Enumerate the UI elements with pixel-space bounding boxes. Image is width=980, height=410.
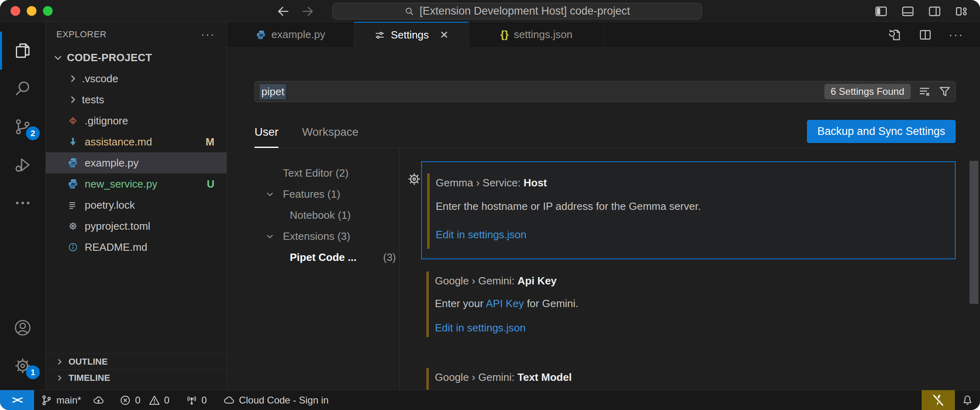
sidebar-item-search[interactable] (0, 70, 45, 108)
cloud-code-label: Cloud Code - Sign in (239, 395, 328, 406)
notifications-button[interactable] (955, 390, 980, 410)
cloud-icon (223, 394, 235, 406)
sidebar-item-more[interactable] (0, 184, 45, 222)
run-debug-icon (13, 156, 32, 174)
backup-sync-settings-button[interactable]: Backup and Sync Settings (807, 120, 956, 143)
traffic-lights (11, 6, 53, 16)
toc-item-features[interactable]: Features (1) (253, 184, 399, 205)
tab-settings-json[interactable]: {} settings.json (469, 22, 604, 47)
file-label: tests (82, 94, 104, 106)
tree-item-vscode-folder[interactable]: .vscode (46, 68, 227, 89)
sidebar-item-source-control[interactable]: 2 (0, 108, 45, 146)
api-key-link[interactable]: API Key (486, 297, 524, 310)
tree-item-example-py[interactable]: example.py (46, 152, 227, 173)
settings-search-value: pipet (260, 84, 286, 99)
tree-item-poetry-lock[interactable]: poetry.lock (46, 194, 227, 216)
settings-scope-tabs: User Workspace Backup and Sync Settings (255, 117, 956, 148)
accounts-button[interactable] (0, 309, 45, 347)
tree-item-pyproject-toml[interactable]: pyproject.toml (46, 216, 227, 237)
sync-changes-button[interactable] (92, 394, 105, 406)
split-editor-icon[interactable] (918, 28, 933, 42)
sidebar-item-run-debug[interactable] (0, 146, 45, 184)
minimize-window-button[interactable] (27, 6, 36, 16)
problems-status[interactable]: 0 0 (119, 394, 169, 406)
ports-status[interactable]: 0 (186, 394, 207, 406)
outline-label: OUTLINE (68, 357, 108, 367)
layout-sidebar-left-icon[interactable] (874, 4, 888, 19)
error-icon (119, 394, 131, 406)
cloud-code-signin[interactable]: Cloud Code - Sign in (223, 394, 328, 406)
chevron-right-icon (67, 94, 79, 106)
open-changes-icon[interactable] (887, 28, 902, 42)
manage-settings-button[interactable]: 1 (0, 347, 45, 385)
window-title: [Extension Development Host] code-projec… (419, 5, 630, 17)
layout-panel-icon[interactable] (901, 4, 915, 19)
tree-item-assistance-md[interactable]: assistance.md M (46, 131, 227, 152)
toc-item-pipet-code[interactable]: Pipet Code ... (3) (253, 247, 399, 268)
tab-workspace-settings[interactable]: Workspace (302, 117, 359, 148)
setting-actions-gear-icon[interactable] (407, 171, 422, 187)
toc-item-notebook[interactable]: Notebook (1) (253, 205, 399, 226)
sliders-icon (374, 30, 385, 41)
setting-category: Gemma › Service: (436, 177, 524, 189)
remote-indicator[interactable]: >< (0, 390, 34, 410)
spark-off-status[interactable] (922, 390, 955, 410)
toc-count: (3) (337, 230, 350, 243)
tree-item-new-service-py[interactable]: new_service.py U (46, 173, 227, 194)
setting-name: Text Model (518, 371, 572, 383)
warning-icon (148, 394, 160, 406)
git-file-icon (67, 115, 79, 127)
clear-filters-icon[interactable] (918, 85, 931, 98)
toc-item-text-editor[interactable]: Text Editor (2) (253, 162, 399, 184)
outline-section-header[interactable]: OUTLINE (46, 353, 227, 369)
root-folder-label: CODE-PROJECT (67, 51, 152, 64)
tab-settings[interactable]: Settings ✕ (354, 22, 469, 48)
setting-name: Api Key (518, 275, 557, 287)
setting-title: Google › Gemini: Text Model (435, 371, 572, 384)
layout-sidebar-right-icon[interactable] (927, 4, 942, 19)
tab-user-settings[interactable]: User (255, 117, 278, 148)
lock-file-icon (67, 199, 79, 211)
tab-example-py[interactable]: example.py (227, 22, 354, 47)
search-icon (13, 79, 32, 98)
toc-item-extensions[interactable]: Extensions (3) (253, 226, 399, 247)
zoom-window-button[interactable] (43, 6, 53, 16)
setting-row-google-gemini-text-model[interactable]: Google › Gemini: Text Model (421, 368, 956, 390)
tree-item-readme-md[interactable]: README.md (46, 237, 227, 258)
tree-item-tests-folder[interactable]: tests (46, 89, 227, 110)
edit-in-settings-json-link[interactable]: Edit in settings.json (435, 322, 526, 334)
activity-bar: 2 1 (0, 22, 46, 390)
back-arrow-icon[interactable] (276, 4, 291, 19)
explorer-more-actions[interactable]: ··· (201, 28, 215, 41)
explorer-icon (13, 41, 32, 60)
filter-icon[interactable] (938, 85, 951, 98)
cloud-upload-icon (92, 394, 105, 406)
edit-in-settings-json-link[interactable]: Edit in settings.json (436, 228, 526, 241)
sidebar-item-explorer[interactable] (0, 32, 45, 70)
account-icon (13, 318, 32, 337)
tab-label: example.py (272, 28, 325, 41)
editor-more-actions-icon[interactable]: ··· (949, 28, 964, 41)
setting-row-google-gemini-api-key[interactable]: Google › Gemini: Api Key Enter your API … (421, 267, 956, 352)
setting-row-gemma-service-host[interactable]: Gemma › Service: Host Enter the hostname… (421, 161, 956, 259)
scrollbar-thumb[interactable] (969, 161, 978, 304)
tree-item-gitignore[interactable]: .gitignore (46, 110, 227, 131)
timeline-section-header[interactable]: TIMELINE (46, 369, 227, 386)
settings-search-input[interactable]: pipet 6 Settings Found (255, 81, 956, 102)
setting-name: Host (524, 177, 547, 189)
python-file-icon (256, 30, 266, 40)
more-icon (13, 194, 32, 212)
command-center-search[interactable]: [Extension Development Host] code-projec… (332, 3, 702, 19)
modified-indicator (426, 271, 429, 337)
vscode-window: [Extension Development Host] code-projec… (0, 0, 980, 410)
file-label: .gitignore (85, 115, 128, 127)
radio-tower-icon (186, 394, 198, 406)
forward-arrow-icon[interactable] (300, 4, 315, 19)
layout-customize-icon[interactable] (954, 4, 969, 19)
setting-category: Google › Gemini: (435, 275, 518, 287)
git-branch-status[interactable]: main* (41, 394, 81, 406)
tree-root-code-project[interactable]: CODE-PROJECT (46, 47, 227, 68)
close-window-button[interactable] (11, 6, 20, 16)
close-tab-icon[interactable]: ✕ (440, 29, 449, 41)
file-label: pyproject.toml (85, 220, 150, 233)
